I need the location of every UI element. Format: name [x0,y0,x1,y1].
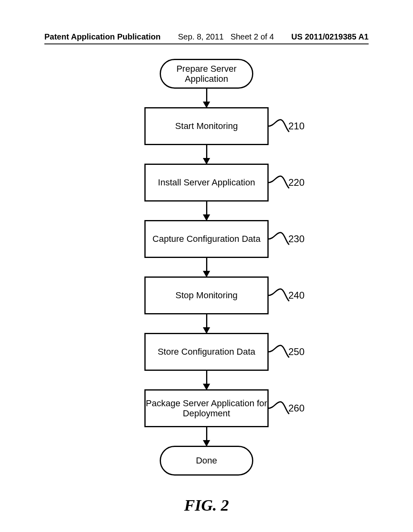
reference-label: 250 [268,344,305,360]
reference-label: 230 [268,231,305,247]
terminator-end-row: Done [160,446,253,476]
page-header: Patent Application Publication Sep. 8, 2… [0,32,413,45]
lead-line-icon [268,287,290,303]
reference-label: 220 [268,175,305,191]
reference-label: 260 [268,400,305,416]
arrow-icon [206,202,207,220]
process-step-260: Package Server Application forDeployment… [144,389,269,427]
process-label: Package Server Application forDeployment [146,398,267,419]
arrow-icon [206,89,207,107]
figure-caption: FIG. 2 [184,496,229,515]
reference-number: 220 [288,177,305,188]
flowchart-column: Prepare ServerApplication Start Monitori… [144,59,269,515]
arrow-icon [206,145,207,164]
sheet-text: Sheet 2 of 4 [230,32,274,41]
process-step-240: Stop Monitoring 240 [144,276,269,314]
process-row: Stop Monitoring 240 [144,276,269,314]
process-label: Stop Monitoring [175,290,238,300]
lead-line-icon [268,231,290,247]
process-row: Store Configuration Data 250 [144,333,269,371]
process-label: Store Configuration Data [158,347,255,357]
reference-number: 260 [288,403,305,414]
lead-line-icon [268,400,290,416]
date-text: Sep. 8, 2011 [178,32,223,41]
process-row: Package Server Application forDeployment… [144,389,269,427]
process-step-210: Start Monitoring 210 [144,107,269,145]
process-row: Start Monitoring 210 [144,107,269,145]
process-row: Install Server Application 220 [144,164,269,202]
flowchart: Prepare ServerApplication Start Monitori… [0,59,413,515]
arrow-icon [206,371,207,389]
arrow-icon [206,427,207,446]
arrow-icon [206,258,207,276]
process-label: Capture Configuration Data [152,234,261,244]
process-label: Install Server Application [158,177,255,187]
lead-line-icon [268,344,290,360]
reference-number: 250 [288,346,305,357]
process-step-230: Capture Configuration Data 230 [144,220,269,258]
reference-number: 240 [288,290,305,301]
reference-label: 240 [268,287,305,303]
publication-number: US 2011/0219385 A1 [291,32,369,42]
process-step-220: Install Server Application 220 [144,164,269,202]
publication-date: Sep. 8, 2011 Sheet 2 of 4 [178,32,274,42]
terminator-end: Done [160,446,253,476]
reference-number: 230 [288,233,305,245]
process-row: Capture Configuration Data 230 [144,220,269,258]
terminator-start: Prepare ServerApplication [160,59,253,89]
process-step-250: Store Configuration Data 250 [144,333,269,371]
process-label: Start Monitoring [175,121,238,131]
reference-number: 210 [288,121,305,132]
arrow-icon [206,314,207,333]
lead-line-icon [268,118,290,134]
header-rule [44,44,369,44]
publication-label: Patent Application Publication [44,32,161,42]
terminator-start-row: Prepare ServerApplication [160,59,253,89]
lead-line-icon [268,175,290,191]
reference-label: 210 [268,118,305,134]
